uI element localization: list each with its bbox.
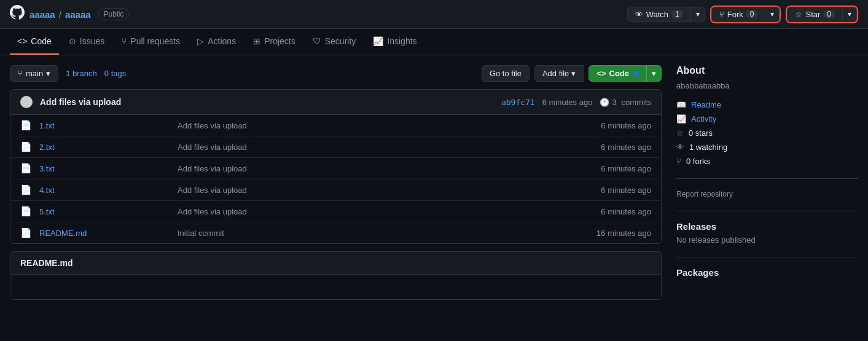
report-repository[interactable]: Report repository (676, 190, 733, 198)
file-icon: 📄 (20, 227, 32, 238)
file-name[interactable]: 2.txt (39, 143, 170, 152)
watch-dropdown[interactable]: ▾ (691, 7, 705, 22)
code-dot-indicator (633, 71, 638, 76)
star-dropdown[interactable]: ▾ (843, 7, 857, 22)
table-row: 📄 5.txt Add files via upload 6 minutes a… (10, 201, 661, 222)
forks-stat: ⑂ 0 forks (676, 154, 858, 168)
star-icon: ☆ (795, 10, 802, 19)
star-label: Star (805, 10, 820, 19)
tab-code-label: Code (31, 36, 51, 46)
top-bar-right: 👁 Watch 1 ▾ ⑂ Fork 0 ▾ ☆ Star 0 ▾ (627, 6, 858, 23)
forks-count: 0 forks (686, 157, 710, 166)
tab-issues-label: Issues (80, 36, 104, 46)
tab-insights[interactable]: 📈 Insights (366, 29, 424, 55)
commit-time: 6 minutes ago (542, 98, 593, 107)
tab-issues[interactable]: ⊙ Issues (61, 29, 112, 55)
watch-label: Watch (646, 10, 668, 19)
file-name[interactable]: README.md (39, 229, 170, 238)
about-description: ababbabaabba (676, 81, 858, 90)
star-button[interactable]: ☆ Star 0 (787, 7, 843, 22)
eye-icon: 👁 (635, 10, 643, 19)
tab-pull-requests[interactable]: ⑂ Pull requests (114, 29, 187, 55)
readme-body (10, 275, 661, 299)
about-title: About (676, 65, 858, 76)
file-commit: Initial commit (178, 229, 570, 238)
tab-security[interactable]: 🛡 Security (305, 29, 364, 55)
activity-link[interactable]: 📈 Activity (676, 112, 858, 126)
star-group: ☆ Star 0 ▾ (786, 6, 858, 23)
commit-message: Add files via upload (40, 97, 494, 107)
add-file-button[interactable]: Add file ▾ (534, 65, 584, 82)
eye-stat-icon: 👁 (676, 143, 684, 152)
code-button-group: <> Code ▾ (588, 65, 662, 82)
star-stat-icon: ☆ (676, 128, 684, 138)
projects-tab-icon: ⊞ (253, 36, 260, 46)
file-icon: 📄 (20, 163, 32, 174)
star-count: 0 (823, 10, 835, 18)
goto-file-button[interactable]: Go to file (482, 65, 530, 82)
top-bar-left: aaaaa / aaaaa Public (10, 5, 129, 23)
file-commit: Add files via upload (178, 164, 570, 173)
activity-icon: 📈 (676, 114, 686, 123)
table-row: 📄 README.md Initial commit 16 minutes ag… (10, 222, 661, 243)
commits-link[interactable]: 🕐 3 commits (600, 98, 651, 107)
actions-tab-icon: ▷ (197, 36, 204, 46)
commit-hash[interactable]: ab9fc71 (501, 98, 535, 107)
tag-count-link[interactable]: 0 tags (104, 69, 126, 78)
stars-count: 0 stars (689, 128, 713, 138)
repo-owner[interactable]: aaaaa (29, 9, 55, 20)
code-button[interactable]: <> Code (588, 65, 646, 82)
tab-projects[interactable]: ⊞ Projects (246, 29, 303, 55)
file-name[interactable]: 4.txt (39, 186, 170, 195)
table-row: 📄 1.txt Add files via upload 6 minutes a… (10, 115, 661, 136)
watch-button[interactable]: 👁 Watch 1 (627, 7, 691, 22)
code-tab-icon: <> (17, 36, 27, 46)
chevron-down-icon-add: ▾ (571, 69, 576, 78)
file-icon: 📄 (20, 141, 32, 152)
tab-projects-label: Projects (264, 36, 295, 46)
file-time: 6 minutes ago (577, 121, 651, 130)
visibility-badge: Public (98, 8, 130, 20)
file-icon: 📄 (20, 206, 32, 217)
table-row: 📄 2.txt Add files via upload 6 minutes a… (10, 136, 661, 158)
branch-bar-right: Go to file Add file ▾ <> Code ▾ (482, 65, 662, 82)
watching-stat: 👁 1 watching (676, 140, 858, 154)
sidebar-divider-2 (676, 211, 858, 211)
file-table: Add files via upload ab9fc71 6 minutes a… (10, 89, 662, 244)
branch-count: 1 (66, 69, 70, 78)
tab-actions-label: Actions (208, 36, 236, 46)
fork-dropdown[interactable]: ▾ (765, 7, 780, 22)
code-label: Code (609, 69, 630, 78)
sidebar-divider-3 (676, 257, 858, 257)
sidebar: About ababbabaabba 📖 Readme 📈 Activity ☆… (676, 65, 858, 300)
branch-icon: ⑂ (18, 69, 23, 78)
branch-count-link[interactable]: 1 branch (66, 69, 97, 78)
commit-meta: ab9fc71 6 minutes ago 🕐 3 commits (501, 98, 651, 107)
fork-icon: ⑂ (719, 10, 724, 19)
file-commit: Add files via upload (178, 207, 570, 216)
activity-link-label: Activity (691, 114, 716, 123)
file-time: 16 minutes ago (577, 229, 651, 238)
branch-info: 1 branch 0 tags (66, 69, 126, 78)
fork-label: Fork (727, 10, 743, 19)
tab-actions[interactable]: ▷ Actions (190, 29, 243, 55)
tab-security-label: Security (325, 36, 356, 46)
readme-link[interactable]: 📖 Readme (676, 98, 858, 112)
branch-bar: ⑂ main ▾ 1 branch 0 tags Go to file (10, 65, 662, 82)
repo-title: aaaaa / aaaaa Public (29, 8, 129, 20)
file-time: 6 minutes ago (577, 207, 651, 216)
code-dropdown-button[interactable]: ▾ (646, 65, 662, 82)
file-name[interactable]: 1.txt (39, 121, 170, 130)
watch-count: 1 (671, 10, 683, 18)
tab-code[interactable]: <> Code (10, 29, 59, 55)
repo-name[interactable]: aaaaa (65, 9, 91, 20)
file-name[interactable]: 3.txt (39, 164, 170, 173)
file-name[interactable]: 5.txt (39, 207, 170, 216)
no-releases-text: No releases published (676, 235, 858, 245)
branch-name: main (26, 69, 43, 78)
watching-count: 1 watching (689, 143, 727, 152)
fork-count: 0 (746, 10, 758, 18)
fork-button[interactable]: ⑂ Fork 0 (711, 7, 766, 22)
branch-selector[interactable]: ⑂ main ▾ (10, 65, 58, 82)
fork-stat-icon: ⑂ (676, 157, 681, 166)
